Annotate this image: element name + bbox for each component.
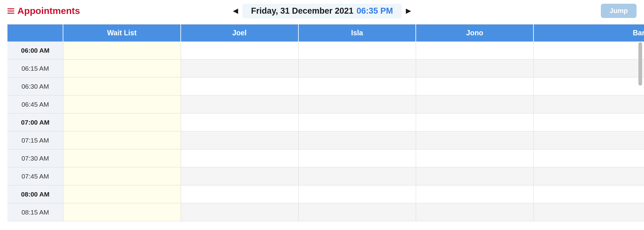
appointment-slot[interactable]: [299, 185, 416, 203]
appointment-slot[interactable]: [181, 203, 299, 221]
appointment-slot[interactable]: [416, 149, 534, 167]
appointment-slot[interactable]: [63, 113, 181, 131]
appointment-slot[interactable]: [63, 203, 181, 221]
appointment-slot[interactable]: [63, 185, 181, 203]
resource-header[interactable]: Joel: [181, 24, 299, 42]
resource-column: Isla: [299, 24, 416, 221]
appointment-slot[interactable]: [534, 113, 644, 131]
appointment-slot[interactable]: [181, 167, 299, 185]
time-label: 06:45 AM: [7, 95, 63, 113]
appointment-slot[interactable]: [181, 95, 299, 113]
next-day-icon[interactable]: ▶: [403, 7, 414, 15]
time-label: 07:30 AM: [7, 149, 63, 167]
appointment-slot[interactable]: [181, 113, 299, 131]
title-group: Appointments: [7, 6, 80, 16]
appointment-slot[interactable]: [416, 113, 534, 131]
current-time: 06:35 PM: [356, 6, 393, 16]
resource-column: Barry: [534, 24, 644, 221]
appointment-slot[interactable]: [416, 203, 534, 221]
appointment-slot[interactable]: [299, 149, 416, 167]
appointment-slot[interactable]: [534, 185, 644, 203]
resource-column: Jono: [416, 24, 534, 221]
appointment-slot[interactable]: [181, 42, 299, 60]
appointment-slot[interactable]: [299, 77, 416, 95]
appointment-slot[interactable]: [534, 42, 644, 60]
prev-day-icon[interactable]: ◀: [230, 7, 241, 15]
appointment-slot[interactable]: [181, 60, 299, 77]
appointment-slot[interactable]: [299, 167, 416, 185]
appointment-slot[interactable]: [416, 185, 534, 203]
time-label: 06:15 AM: [7, 60, 63, 77]
appointment-slot[interactable]: [299, 113, 416, 131]
appointment-slot[interactable]: [181, 149, 299, 167]
page-title: Appointments: [17, 6, 80, 16]
appointment-slot[interactable]: [63, 60, 181, 77]
scrollbar-thumb[interactable]: [638, 42, 642, 86]
current-date: Friday, 31 December 2021: [251, 6, 354, 16]
menu-icon[interactable]: [7, 8, 14, 14]
scrollbar-track[interactable]: [638, 42, 642, 92]
appointment-slot[interactable]: [416, 131, 534, 149]
appointment-slot[interactable]: [416, 95, 534, 113]
time-label: 06:00 AM: [7, 42, 63, 60]
appointment-slot[interactable]: [416, 60, 534, 77]
date-navigator: ◀ Friday, 31 December 2021 06:35 PM ▶: [230, 4, 414, 18]
time-label: 07:45 AM: [7, 167, 63, 185]
appointment-slot[interactable]: [63, 95, 181, 113]
time-label: 07:15 AM: [7, 131, 63, 149]
appointment-slot[interactable]: [534, 149, 644, 167]
appointment-slot[interactable]: [416, 42, 534, 60]
appointment-slot[interactable]: [534, 203, 644, 221]
appointment-slot[interactable]: [181, 77, 299, 95]
appointment-slot[interactable]: [63, 149, 181, 167]
appointment-slot[interactable]: [63, 131, 181, 149]
appointment-slot[interactable]: [416, 167, 534, 185]
appointment-slot[interactable]: [299, 42, 416, 60]
time-label: 07:00 AM: [7, 113, 63, 131]
resource-header[interactable]: Isla: [299, 24, 416, 42]
appointment-slot[interactable]: [299, 60, 416, 77]
time-column-header: [7, 24, 63, 42]
resource-column: Wait List: [63, 24, 181, 221]
appointment-slot[interactable]: [63, 42, 181, 60]
appointment-slot[interactable]: [534, 131, 644, 149]
appointment-slot[interactable]: [63, 167, 181, 185]
resource-header[interactable]: Barry: [534, 24, 644, 42]
appointment-slot[interactable]: [181, 185, 299, 203]
time-label: 06:30 AM: [7, 77, 63, 95]
appointment-slot[interactable]: [534, 95, 644, 113]
schedule-container: 06:00 AM06:15 AM06:30 AM06:45 AM07:00 AM…: [7, 24, 637, 221]
resource-column: Joel: [181, 24, 299, 221]
time-column: 06:00 AM06:15 AM06:30 AM06:45 AM07:00 AM…: [7, 24, 63, 221]
appointment-slot[interactable]: [299, 131, 416, 149]
appointment-slot[interactable]: [299, 203, 416, 221]
appointment-slot[interactable]: [181, 131, 299, 149]
resource-header[interactable]: Jono: [416, 24, 534, 42]
appointment-slot[interactable]: [534, 60, 644, 77]
jump-button[interactable]: Jump: [601, 4, 637, 18]
schedule-grid: 06:00 AM06:15 AM06:30 AM06:45 AM07:00 AM…: [7, 24, 644, 221]
appointment-slot[interactable]: [534, 167, 644, 185]
resource-header[interactable]: Wait List: [63, 24, 181, 42]
appointment-slot[interactable]: [299, 95, 416, 113]
header-bar: Appointments ◀ Friday, 31 December 2021 …: [0, 0, 644, 24]
date-display[interactable]: Friday, 31 December 2021 06:35 PM: [243, 4, 402, 18]
appointment-slot[interactable]: [416, 77, 534, 95]
appointment-slot[interactable]: [534, 77, 644, 95]
time-label: 08:15 AM: [7, 203, 63, 221]
time-label: 08:00 AM: [7, 185, 63, 203]
appointment-slot[interactable]: [63, 77, 181, 95]
